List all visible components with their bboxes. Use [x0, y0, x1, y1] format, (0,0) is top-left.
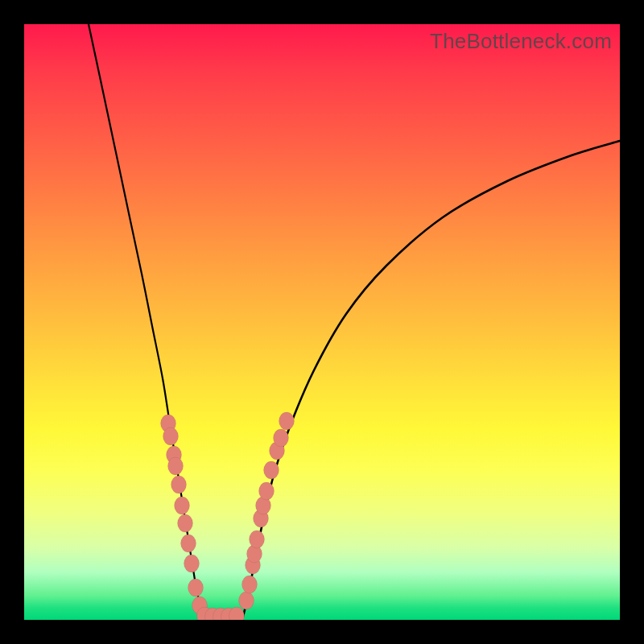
data-dot: [168, 457, 184, 475]
data-dot: [181, 535, 196, 552]
data-dot: [163, 427, 179, 445]
data-dot: [184, 555, 200, 572]
data-dot: [175, 497, 190, 514]
data-dot: [259, 482, 275, 500]
data-dot: [171, 476, 187, 493]
curve-svg: [24, 24, 620, 620]
data-dot: [279, 412, 295, 430]
data-dot: [178, 514, 193, 532]
data-dots: [161, 412, 295, 620]
data-dot: [264, 461, 279, 479]
data-dot: [239, 592, 254, 609]
data-dot: [242, 576, 258, 593]
right-curve: [243, 141, 620, 617]
data-dot: [274, 429, 289, 447]
data-dot: [188, 579, 204, 597]
data-dot: [250, 530, 265, 548]
plot-area: TheBottleneck.com: [24, 24, 620, 620]
